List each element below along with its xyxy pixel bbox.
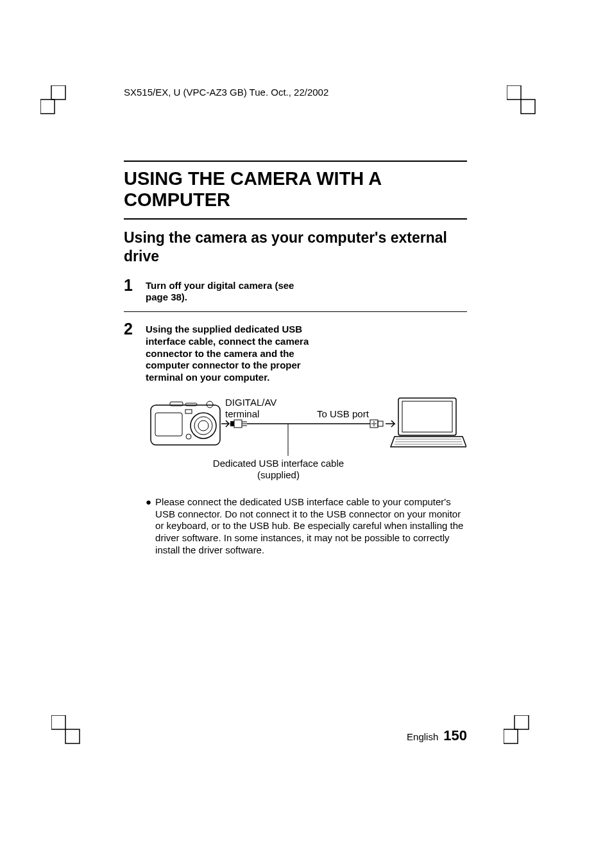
svg-rect-5 [65,729,80,743]
svg-rect-6 [514,715,529,729]
svg-point-17 [207,401,213,408]
step-2-text: Using the supplied dedicated USB interfa… [146,324,338,384]
footer-page-number: 150 [443,727,467,744]
page-footer: English 150 [407,727,467,744]
step-1-text: Turn off your digital camera (see page 3… [146,280,312,304]
bullet-paragraph: ● Please connect the dedicated USB inter… [146,496,467,557]
bullet-icon: ● [146,496,151,557]
svg-rect-28 [402,401,452,432]
svg-rect-13 [185,410,192,413]
laptop-icon [391,398,466,447]
svg-rect-9 [155,413,182,436]
crop-mark-top-right [507,85,545,124]
diagram-svg [146,397,466,483]
step-number-2: 2 [124,321,134,557]
svg-rect-4 [51,715,65,729]
camera-icon [151,401,220,445]
subtitle: Using the camera as your computer's exte… [124,229,467,266]
main-title: USING THE CAMERA WITH A COMPUTER [124,168,467,211]
svg-rect-0 [51,85,65,100]
svg-point-14 [186,434,191,439]
step-1: 1 Turn off your digital camera (see page… [124,277,467,313]
bullet-text: Please connect the dedicated USB interfa… [155,496,467,557]
svg-rect-3 [521,100,535,114]
svg-rect-1 [40,100,55,114]
svg-rect-2 [507,85,521,100]
svg-rect-26 [378,421,383,426]
connection-diagram: DIGITAL/AV terminal To USB port Dedicate… [146,397,467,483]
footer-language: English [407,731,438,742]
svg-rect-19 [234,420,242,428]
svg-point-12 [198,421,208,431]
svg-rect-7 [504,729,518,743]
svg-rect-27 [398,398,456,435]
step-number-1: 1 [124,277,134,304]
crop-mark-top-left [40,85,79,124]
document-header: SX515/EX, U (VPC-AZ3 GB) Tue. Oct., 22/2… [124,87,467,98]
step-2: 2 Using the supplied dedicated USB inter… [124,321,467,557]
svg-rect-18 [230,421,234,426]
crop-mark-bottom-right [504,715,542,754]
crop-mark-bottom-left [51,715,90,754]
title-section: USING THE CAMERA WITH A COMPUTER [124,161,467,220]
svg-point-11 [194,417,212,435]
